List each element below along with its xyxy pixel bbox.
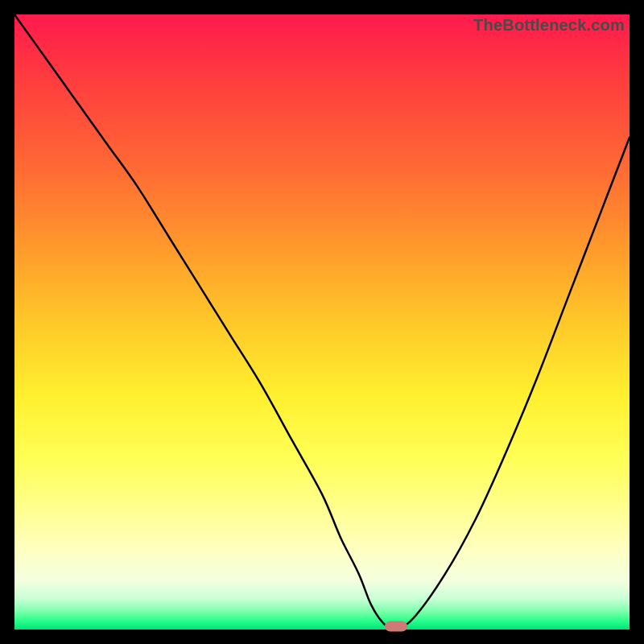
plot-area: TheBottleneck.com	[14, 14, 630, 630]
bottleneck-curve	[14, 14, 630, 630]
minimum-marker	[385, 621, 407, 632]
chart-frame: TheBottleneck.com	[0, 0, 644, 644]
